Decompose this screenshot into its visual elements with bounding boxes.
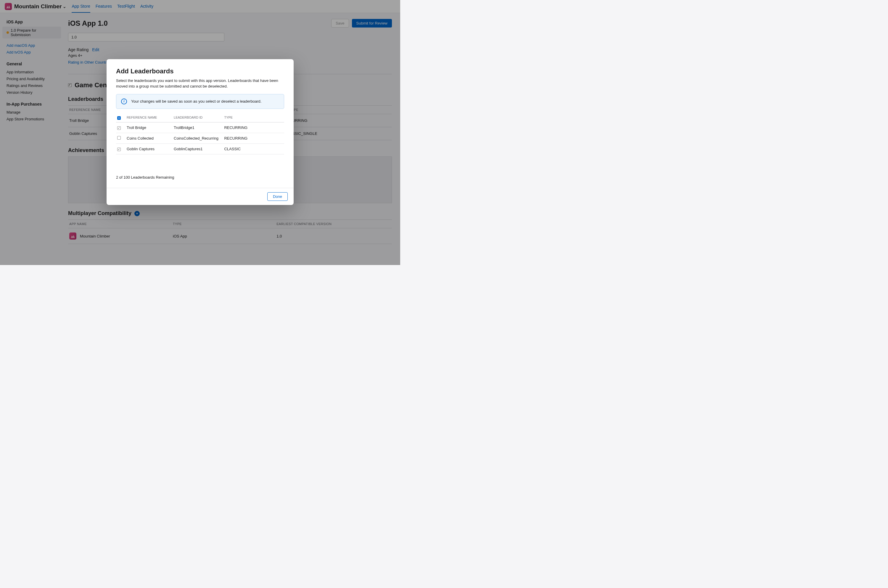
modal-title: Add Leaderboards (116, 68, 284, 75)
table-row[interactable]: Goblin CapturesGoblinCaptures1CLASSIC (116, 144, 284, 154)
modal-col-type: TYPE (223, 113, 284, 123)
modal-row-id: GoblinCaptures1 (173, 144, 223, 154)
info-banner: i Your changes will be saved as soon as … (116, 94, 284, 109)
add-leaderboards-modal: Add Leaderboards Select the leaderboards… (107, 59, 293, 205)
modal-row-ref: Troll Bridge (125, 122, 173, 133)
modal-row-id: CoinsCollected_Recurring (173, 133, 223, 144)
row-checkbox[interactable] (117, 148, 121, 151)
modal-col-id: LEADERBOARD ID (173, 113, 223, 123)
modal-row-ref: Goblin Captures (125, 144, 173, 154)
remaining-count: 2 of 100 Leaderboards Remaining (116, 175, 284, 180)
table-row[interactable]: Troll BridgeTrollBridge1RECURRING (116, 122, 284, 133)
modal-description: Select the leaderboards you want to subm… (116, 78, 284, 89)
row-checkbox[interactable] (117, 126, 121, 130)
row-checkbox[interactable] (117, 136, 121, 140)
modal-row-id: TrollBridge1 (173, 122, 223, 133)
modal-row-type: RECURRING (223, 122, 284, 133)
info-icon: i (121, 99, 127, 104)
modal-row-type: RECURRING (223, 133, 284, 144)
info-text: Your changes will be saved as soon as yo… (131, 99, 261, 104)
modal-overlay[interactable]: Add Leaderboards Select the leaderboards… (0, 0, 400, 265)
modal-leaderboards-table: REFERENCE NAME LEADERBOARD ID TYPE Troll… (116, 113, 284, 154)
select-all-checkbox[interactable] (117, 116, 121, 120)
modal-row-ref: Coins Collected (125, 133, 173, 144)
modal-col-ref: REFERENCE NAME (125, 113, 173, 123)
modal-row-type: CLASSIC (223, 144, 284, 154)
done-button[interactable]: Done (267, 192, 288, 201)
table-row[interactable]: Coins CollectedCoinsCollected_RecurringR… (116, 133, 284, 144)
